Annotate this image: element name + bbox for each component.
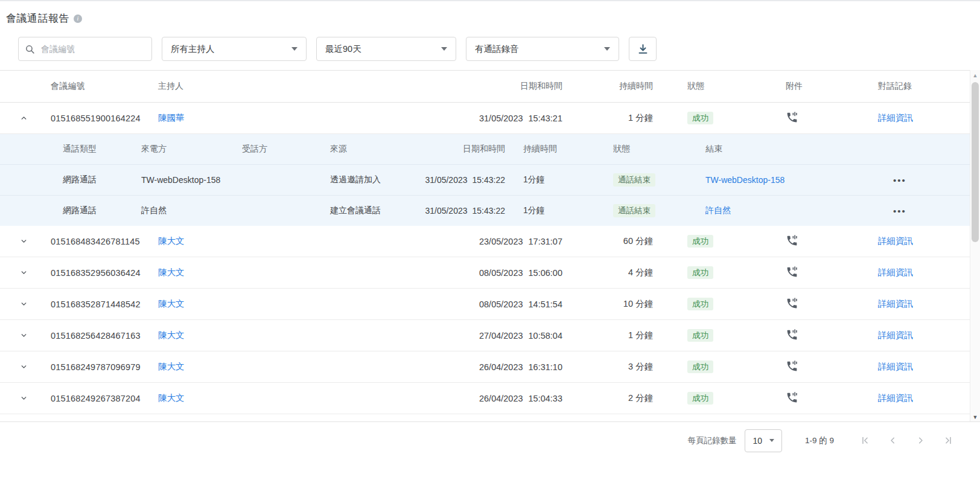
- per-page-value: 10: [752, 436, 762, 446]
- status-badge: 成功: [687, 298, 713, 311]
- recording-filter-value: 有通話錄音: [475, 43, 519, 55]
- expand-chevron-icon[interactable]: [10, 300, 37, 308]
- host-link[interactable]: 陳大文: [158, 236, 185, 246]
- call-end-link[interactable]: 許自然: [705, 205, 731, 215]
- info-icon[interactable]: [74, 14, 82, 23]
- search-box[interactable]: [18, 37, 152, 61]
- transcript-link[interactable]: 詳細資訊: [878, 236, 913, 246]
- row-time: 15:04:33: [529, 394, 562, 403]
- row-duration: 1 分鐘: [596, 112, 686, 124]
- row-duration: 60 分鐘: [596, 235, 686, 247]
- more-actions-icon[interactable]: •••: [885, 175, 970, 185]
- page-title: 會議通話報告: [6, 11, 69, 25]
- transcript-link[interactable]: 詳細資訊: [878, 330, 913, 340]
- status-badge: 成功: [687, 112, 713, 125]
- transcript-link[interactable]: 詳細資訊: [878, 299, 913, 309]
- date-range-filter-value: 最近90天: [325, 43, 361, 55]
- expand-chevron-icon[interactable]: [10, 363, 37, 371]
- expand-chevron-icon[interactable]: [10, 269, 37, 277]
- expand-chevron-icon[interactable]: [10, 237, 37, 245]
- call-type: 網路通話: [63, 205, 141, 216]
- col-caller: 來電方: [141, 144, 242, 155]
- transcript-link[interactable]: 詳細資訊: [878, 362, 913, 371]
- call-recording-icon[interactable]: [786, 234, 798, 247]
- call-duration: 1分鐘: [505, 174, 596, 185]
- call-duration: 1分鐘: [505, 205, 596, 216]
- col-duration: 持續時間: [596, 81, 686, 92]
- call-time: 15:43:22: [472, 175, 506, 185]
- caller: TW-webDesktop-158: [141, 175, 242, 185]
- row-duration: 4 分鐘: [596, 267, 686, 278]
- expand-chevron-icon[interactable]: [10, 331, 37, 339]
- row-date: 27/04/2023: [479, 331, 523, 341]
- per-page-label: 每頁記錄數量: [687, 435, 736, 446]
- host-link[interactable]: 陳大文: [158, 330, 185, 340]
- chevron-down-icon: [441, 47, 447, 51]
- host-link[interactable]: 陳大文: [158, 299, 185, 309]
- next-page-icon[interactable]: [914, 434, 927, 447]
- row-duration: 2 分鐘: [596, 392, 686, 404]
- per-page-select[interactable]: 10: [745, 429, 782, 452]
- row-time: 15:06:00: [529, 268, 562, 278]
- meeting-id: 015168483426781145: [37, 237, 158, 246]
- scroll-up-icon[interactable]: ▲: [970, 72, 980, 78]
- row-date: 08/05/2023: [479, 299, 523, 309]
- pagination-nav: [858, 434, 955, 447]
- call-detail-row: 網路通話 許自然 建立會議通話 31/05/202315:43:22 1分鐘 通…: [0, 195, 970, 226]
- col-call-duration: 持續時間: [505, 144, 596, 155]
- chevron-down-icon: [604, 47, 610, 51]
- host-filter-value: 所有主持人: [171, 43, 215, 55]
- row-time: 16:31:10: [529, 362, 562, 372]
- col-transcript: 對話記錄: [867, 81, 970, 92]
- download-report-button[interactable]: [629, 37, 657, 61]
- call-recording-icon[interactable]: [786, 360, 798, 373]
- recording-filter-select[interactable]: 有通話錄音: [466, 37, 619, 61]
- call-source: 透過邀請加入: [330, 174, 421, 185]
- col-call-type: 通話類型: [63, 144, 141, 155]
- vertical-scrollbar[interactable]: ▲ ▼: [970, 70, 980, 421]
- more-actions-icon[interactable]: •••: [885, 206, 970, 216]
- row-date: 26/04/2023: [479, 362, 523, 372]
- meeting-id: 015168249267387204: [37, 394, 158, 403]
- call-details-panel: 通話類型 來電方 受話方 來源 日期和時間 持續時間 狀態 結束 網路通話 TW…: [0, 134, 970, 226]
- status-badge: 成功: [687, 266, 713, 280]
- date-range-filter-select[interactable]: 最近90天: [316, 37, 456, 61]
- scroll-down-icon[interactable]: ▼: [970, 414, 980, 420]
- previous-page-icon[interactable]: [886, 434, 899, 447]
- host-filter-select[interactable]: 所有主持人: [162, 37, 307, 61]
- collapse-chevron-icon[interactable]: [10, 114, 37, 122]
- first-page-icon[interactable]: [858, 434, 871, 447]
- call-recording-icon[interactable]: [786, 111, 798, 124]
- col-status: 狀態: [686, 81, 777, 92]
- transcript-link[interactable]: 詳細資訊: [878, 113, 913, 123]
- host-link[interactable]: 陳大文: [158, 362, 185, 371]
- pagination-bar: 每頁記錄數量 10 1-9 的 9: [0, 421, 980, 459]
- table-row: 015168249787096979 陳大文 26/04/202316:31:1…: [0, 351, 970, 383]
- page-range: 1-9 的 9: [805, 435, 834, 446]
- call-detail-row: 網路通話 TW-webDesktop-158 透過邀請加入 31/05/2023…: [0, 164, 970, 195]
- scrollbar-thumb[interactable]: [972, 82, 979, 242]
- call-type: 網路通話: [63, 174, 141, 185]
- transcript-link[interactable]: 詳細資訊: [878, 393, 913, 403]
- table-row: 015168352956036424 陳大文 08/05/202315:06:0…: [0, 257, 970, 289]
- transcript-link[interactable]: 詳細資訊: [878, 267, 913, 277]
- host-link[interactable]: 陳國華: [158, 113, 185, 123]
- call-recording-icon[interactable]: [786, 266, 798, 278]
- expand-chevron-icon[interactable]: [10, 394, 37, 402]
- call-details-header-row: 通話類型 來電方 受話方 來源 日期和時間 持續時間 狀態 結束: [0, 134, 970, 164]
- host-link[interactable]: 陳大文: [158, 393, 185, 403]
- call-end-link[interactable]: TW-webDesktop-158: [705, 175, 784, 185]
- host-link[interactable]: 陳大文: [158, 267, 185, 277]
- search-input[interactable]: [41, 44, 145, 54]
- table-row: 015168352871448542 陳大文 08/05/202314:51:5…: [0, 289, 970, 320]
- last-page-icon[interactable]: [941, 434, 955, 447]
- table-viewport: 會議編號 主持人 日期和時間 持續時間 狀態 附件 對話記錄 015168551…: [0, 70, 980, 421]
- status-badge: 成功: [687, 392, 713, 405]
- call-recording-icon[interactable]: [786, 328, 798, 341]
- meeting-id: 015168249787096979: [37, 362, 158, 372]
- search-icon: [25, 44, 35, 54]
- call-recording-icon[interactable]: [786, 391, 798, 404]
- col-call-end: 結束: [692, 144, 885, 155]
- chevron-down-icon: [291, 47, 298, 51]
- call-recording-icon[interactable]: [786, 297, 798, 310]
